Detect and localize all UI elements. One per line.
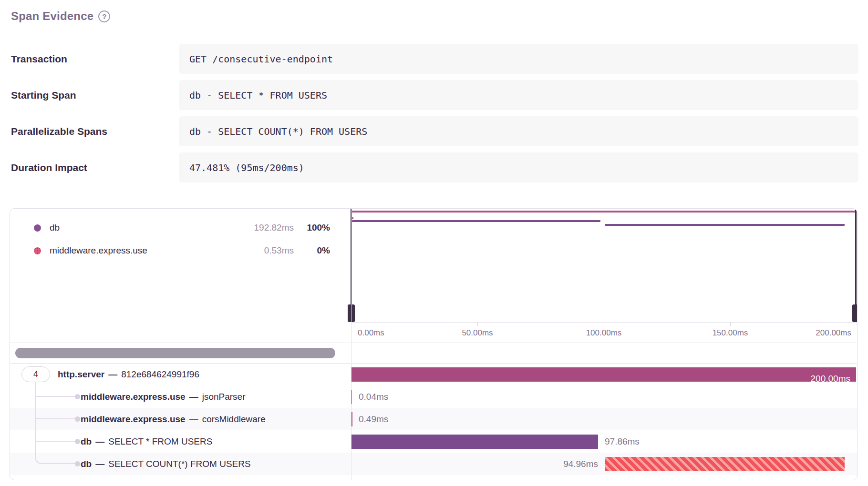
ops-legend: db 192.82ms 100% middleware.express.use … (10, 216, 351, 262)
evidence-row-starting-span: Starting Span db - SELECT * FROM USERS (11, 80, 858, 110)
bar-row-db-count[interactable]: 94.96ms (351, 453, 858, 475)
tree-node-dot-icon (75, 416, 80, 422)
bar-row-json-parser[interactable]: 0.04ms (351, 385, 858, 408)
minimap-right-grip-icon[interactable] (852, 304, 858, 322)
duration-label: 0.49ms (359, 408, 388, 430)
dash-separator: — (189, 392, 198, 402)
evidence-label: Duration Impact (11, 152, 179, 182)
axis-label-50ms: 50.00ms (462, 328, 493, 338)
page-title: Span Evidence (11, 10, 93, 23)
bar-row-http-server[interactable]: 200.00ms (351, 363, 858, 385)
span-row-db-select[interactable]: db — SELECT * FROM USERS (81, 430, 212, 453)
dash-separator: — (189, 414, 198, 425)
evidence-row-transaction: Transaction GET /consecutive-endpoint (11, 44, 858, 74)
legend-op-name: middleware.express.use (50, 245, 237, 256)
span-description: 812e684624991f96 (121, 369, 199, 380)
tree-connector (35, 418, 76, 419)
span-row-cors-middleware[interactable]: middleware.express.use — corsMiddleware (81, 408, 266, 430)
minimap-right-handle[interactable] (855, 209, 857, 322)
tree-node-dot-icon (75, 394, 80, 399)
page-header: Span Evidence ? (11, 10, 110, 23)
legend-percent: 0% (294, 245, 330, 256)
span-op: db (81, 436, 92, 447)
dash-separator: — (95, 459, 104, 469)
tree-connector (35, 382, 76, 464)
span-count-badge[interactable]: 4 (21, 366, 50, 382)
legend-duration: 0.53ms (237, 245, 294, 256)
legend-op-name: db (50, 223, 237, 233)
span-description: SELECT * FROM USERS (108, 436, 212, 447)
axis-tick (730, 323, 731, 326)
evidence-value: 47.481% (95ms/200ms) (179, 152, 858, 182)
minimap-span-db-select (352, 220, 600, 222)
axis-label-200ms: 200.00ms (816, 328, 851, 338)
span-row-json-parser[interactable]: middleware.express.use — jsonParser (81, 385, 246, 408)
help-icon[interactable]: ? (98, 10, 110, 22)
span-op: middleware.express.use (81, 414, 186, 425)
span-row-http-server[interactable]: http.server — 812e684624991f96 (58, 363, 199, 385)
panel-column-divider (351, 209, 351, 480)
duration-bars: 200.00ms 0.04ms 0.49ms 97.86ms 94.96ms (351, 363, 858, 475)
bar-row-cors-middleware[interactable]: 0.49ms (351, 408, 858, 430)
time-axis: 0.00ms 50.00ms 100.00ms 150.00ms 200.00m… (351, 322, 858, 343)
span-bar-db-select[interactable] (351, 435, 598, 449)
legend-item-db: db 192.82ms 100% (10, 216, 351, 239)
evidence-label: Starting Span (11, 80, 179, 110)
span-bar-http-server[interactable]: 200.00ms (351, 367, 856, 382)
evidence-label: Transaction (11, 44, 179, 74)
span-op: http.server (58, 369, 104, 380)
legend-percent: 100% (294, 223, 330, 233)
dash-separator: — (108, 369, 117, 380)
span-op: middleware.express.use (81, 392, 186, 402)
tree-connector (35, 441, 76, 442)
span-description: jsonParser (202, 392, 246, 402)
tree-node-dot-icon (75, 439, 80, 444)
axis-label-150ms: 150.00ms (713, 328, 748, 338)
evidence-row-parallelizable-spans: Parallelizable Spans db - SELECT COUNT(*… (11, 116, 858, 146)
minimap-span-db-count (605, 224, 845, 226)
span-bar-db-count[interactable] (605, 457, 845, 471)
evidence-value: GET /consecutive-endpoint (179, 44, 858, 74)
duration-label: 94.96ms (351, 453, 598, 475)
minimap-span-http-server (352, 211, 855, 213)
axis-label-0ms: 0.00ms (358, 328, 384, 338)
legend-item-middleware: middleware.express.use 0.53ms 0% (10, 239, 351, 262)
duration-label: 97.86ms (605, 430, 640, 453)
evidence-row-duration-impact: Duration Impact 47.481% (95ms/200ms) (11, 152, 858, 182)
span-tree: 4 http.server — 812e684624991f96 middlew… (10, 363, 351, 475)
span-op: db (81, 459, 92, 469)
axis-label-100ms: 100.00ms (586, 328, 622, 338)
duration-label: 0.04ms (359, 385, 388, 408)
span-evidence-page: Span Evidence ? Transaction GET /consecu… (0, 0, 868, 486)
evidence-label: Parallelizable Spans (11, 116, 179, 146)
axis-tick (604, 323, 604, 326)
bar-row-db-select[interactable]: 97.86ms (351, 430, 858, 453)
axis-tick (477, 323, 478, 326)
evidence-value: db - SELECT * FROM USERS (179, 80, 858, 110)
dash-separator: — (95, 436, 104, 447)
divider (10, 343, 857, 343)
legend-duration: 192.82ms (237, 223, 294, 233)
span-description: SELECT COUNT(*) FROM USERS (108, 459, 250, 469)
trace-minimap[interactable] (351, 209, 856, 322)
evidence-list: Transaction GET /consecutive-endpoint St… (11, 44, 858, 189)
span-description: corsMiddleware (202, 414, 266, 425)
tree-connector (35, 396, 76, 397)
span-waterfall-panel: db 192.82ms 100% middleware.express.use … (10, 208, 858, 480)
tree-horizontal-scrollbar[interactable] (15, 348, 335, 358)
evidence-value: db - SELECT COUNT(*) FROM USERS (179, 116, 858, 146)
middleware-swatch-icon (34, 247, 41, 254)
db-swatch-icon (34, 224, 41, 232)
minimap-span-middleware (352, 217, 353, 219)
span-row-db-count[interactable]: db — SELECT COUNT(*) FROM USERS (81, 453, 251, 475)
tree-node-dot-icon (75, 461, 80, 466)
